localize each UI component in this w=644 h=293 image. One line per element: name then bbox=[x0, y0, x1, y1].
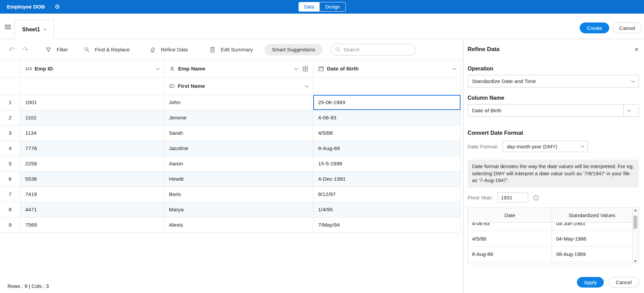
undo-icon[interactable]: ↶ bbox=[9, 46, 15, 53]
header-row: 123 Emp ID Emp Name bbox=[0, 60, 463, 78]
row-number[interactable]: 2 bbox=[0, 110, 20, 126]
column-name-select[interactable]: Date of Birth bbox=[468, 104, 639, 117]
cell-dob[interactable]: 4-Dec-1991 bbox=[313, 172, 461, 187]
smart-suggestions-button[interactable]: Smart Suggestions bbox=[265, 44, 323, 55]
operation-select[interactable]: Standardize Date and Time bbox=[468, 75, 639, 87]
row-number[interactable]: 4 bbox=[0, 141, 20, 156]
sub-header-row: First Name bbox=[0, 78, 463, 95]
cancel-button[interactable]: Cancel bbox=[612, 22, 642, 33]
cell-dob[interactable]: 15-5-1998 bbox=[313, 156, 461, 172]
cell-dob[interactable]: 7/May/94 bbox=[313, 217, 461, 233]
split-columns-icon[interactable] bbox=[302, 66, 308, 72]
chevron-down-icon[interactable] bbox=[305, 83, 309, 87]
info-icon[interactable] bbox=[533, 195, 539, 201]
column-label: Emp Name bbox=[178, 66, 205, 72]
column-name-value: Date of Birth bbox=[472, 108, 501, 114]
row-number[interactable]: 3 bbox=[0, 126, 20, 141]
column-header-emp-name[interactable]: Emp Name bbox=[164, 60, 313, 78]
cell-first-name[interactable]: John bbox=[164, 95, 313, 110]
person-icon bbox=[169, 66, 175, 72]
convert-date-format-title: Convert Date Format bbox=[468, 130, 639, 136]
sheet-tab[interactable]: Sheet1 bbox=[14, 20, 54, 39]
select-split[interactable] bbox=[624, 104, 634, 116]
column-header-date-of-birth[interactable]: Date of Birth bbox=[313, 60, 461, 78]
preview-header-standardized: Standardized Values bbox=[552, 208, 632, 222]
cell-first-name[interactable]: Sarah bbox=[164, 126, 313, 141]
sheet-tab-label: Sheet1 bbox=[22, 27, 40, 33]
row-number[interactable]: 7 bbox=[0, 187, 20, 202]
scroll-down-icon[interactable] bbox=[634, 260, 637, 262]
cell-dob[interactable]: 4/5/88 bbox=[313, 126, 461, 141]
row-number[interactable]: 1 bbox=[0, 95, 20, 110]
find-replace-button[interactable]: Find & Replace bbox=[84, 47, 130, 53]
refine-data-label: Refine Data bbox=[161, 47, 188, 52]
cell-first-name[interactable]: Alexis bbox=[164, 217, 313, 233]
cell-emp-id[interactable]: 2259 bbox=[20, 156, 164, 172]
cell-emp-id[interactable]: 1134 bbox=[20, 126, 164, 141]
panel-title: Refine Data bbox=[468, 46, 500, 53]
close-icon[interactable]: ✕ bbox=[634, 46, 639, 53]
sheet-tab-chevron-icon[interactable] bbox=[44, 28, 46, 30]
scrollbar-thumb[interactable] bbox=[633, 215, 637, 229]
cell-dob[interactable]: 8/12/97 bbox=[313, 187, 461, 202]
pivot-year-input[interactable] bbox=[498, 193, 528, 202]
column-label: First Name bbox=[178, 83, 205, 89]
search-box bbox=[331, 44, 416, 55]
chevron-down-icon[interactable] bbox=[156, 66, 159, 70]
cell-emp-id[interactable]: 7419 bbox=[20, 187, 164, 202]
cell-dob[interactable]: 4-06-93 bbox=[313, 110, 461, 126]
row-number[interactable]: 8 bbox=[0, 202, 20, 217]
preview-row: 4/5/88 04-May-1988 bbox=[468, 231, 632, 246]
apply-button[interactable]: Apply bbox=[577, 277, 604, 288]
column-name-label: Column Name bbox=[468, 95, 639, 101]
cell-first-name[interactable]: Jacoline bbox=[164, 141, 313, 156]
row-number[interactable]: 6 bbox=[0, 172, 20, 187]
filter-button[interactable]: Filter bbox=[45, 47, 68, 53]
tab-data[interactable]: Data bbox=[299, 2, 320, 11]
chevron-down-icon[interactable] bbox=[452, 66, 456, 70]
cell-first-name[interactable]: Aaron bbox=[164, 156, 313, 172]
redo-icon[interactable]: ↷ bbox=[22, 46, 29, 53]
table-row: 2 1102 Jerome 4-06-93 bbox=[0, 110, 463, 126]
chevron-down-icon[interactable] bbox=[294, 66, 298, 70]
column-header-first-name[interactable]: First Name bbox=[164, 78, 313, 95]
cell-first-name[interactable]: Jerome bbox=[164, 110, 313, 126]
row-number[interactable]: 5 bbox=[0, 156, 20, 172]
chevron-down-icon bbox=[581, 144, 584, 148]
column-header-emp-id[interactable]: 123 Emp ID bbox=[20, 60, 164, 78]
cell-emp-id[interactable]: 5536 bbox=[20, 172, 164, 187]
content: ↶ ↷ Filter Find & Replace bbox=[0, 39, 644, 293]
cell-emp-id[interactable]: 7569 bbox=[20, 217, 164, 233]
create-button[interactable]: Create bbox=[580, 22, 609, 33]
settings-gear-icon[interactable]: ⚙ bbox=[54, 4, 60, 10]
main-area: ↶ ↷ Filter Find & Replace bbox=[0, 39, 463, 293]
preview-value: 08-Aug-1989 bbox=[552, 246, 632, 261]
cell-emp-id[interactable]: 4471 bbox=[20, 202, 164, 217]
column-label: Date of Birth bbox=[327, 66, 359, 72]
cell-emp-id[interactable]: 7776 bbox=[20, 141, 164, 156]
chevron-down-icon bbox=[627, 108, 631, 112]
cell-first-name[interactable]: Boris bbox=[164, 187, 313, 202]
tab-design[interactable]: Design bbox=[319, 2, 345, 11]
date-format-select[interactable]: day-month-year (DMY) bbox=[503, 141, 588, 152]
cell-dob[interactable]: 1/4/95 bbox=[313, 202, 461, 217]
preview-table: Date Standardized Values 4-06-93 04-Jun-… bbox=[468, 208, 639, 264]
cell-dob-selected[interactable]: 25-06-1993 bbox=[313, 95, 461, 110]
table-row: 8 4471 Marya 1/4/95 bbox=[0, 202, 463, 217]
cell-first-name[interactable]: Hewitt bbox=[164, 172, 313, 187]
cell-first-name[interactable]: Marya bbox=[164, 202, 313, 217]
edit-summary-button[interactable]: Edit Summary bbox=[209, 47, 253, 53]
menu-icon[interactable] bbox=[5, 24, 11, 30]
toolbar: ↶ ↷ Filter Find & Replace bbox=[0, 39, 463, 60]
search-icon bbox=[335, 47, 341, 53]
cell-dob[interactable]: 8-Aug-89 bbox=[313, 141, 461, 156]
search-input[interactable] bbox=[331, 44, 416, 55]
cell-emp-id[interactable]: 1001 bbox=[20, 95, 164, 110]
cell-emp-id[interactable]: 1102 bbox=[20, 110, 164, 126]
refine-data-button[interactable]: Refine Data bbox=[150, 47, 188, 53]
row-number[interactable]: 9 bbox=[0, 217, 20, 233]
scroll-up-icon[interactable] bbox=[634, 209, 637, 211]
preview-scrollbar[interactable] bbox=[632, 208, 639, 264]
panel-cancel-button[interactable]: Cancel bbox=[609, 277, 639, 288]
document-icon bbox=[209, 47, 216, 53]
